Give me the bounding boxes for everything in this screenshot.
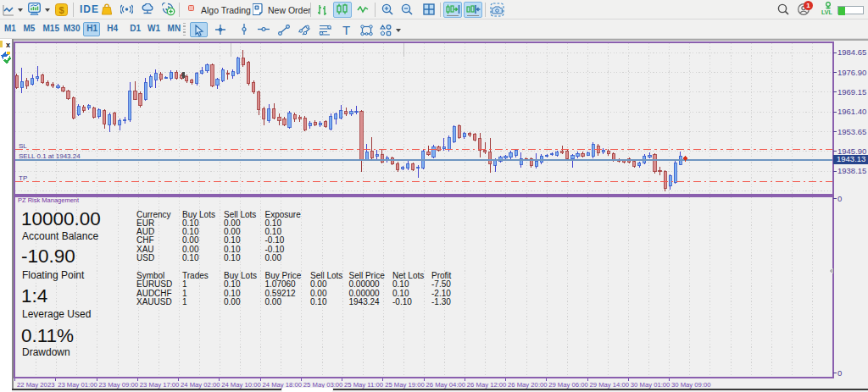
svg-text:0.10: 0.10 [182,253,199,262]
svg-text:Floating Point: Floating Point [22,269,85,281]
svg-text:x: x [6,41,10,49]
svg-text:29 May 06:00: 29 May 06:00 [548,381,588,389]
svg-text:23 May 09:00: 23 May 09:00 [99,381,139,389]
svg-text:0: 0 [837,368,842,378]
svg-text:SELL 0.1 at 1943.24: SELL 0.1 at 1943.24 [19,152,81,160]
svg-text:$: $ [58,5,64,15]
svg-text:25 May 03:00: 25 May 03:00 [303,381,343,389]
svg-text:XAUUSD: XAUUSD [136,297,172,306]
svg-text:Drawdown: Drawdown [22,346,70,358]
svg-text:0.00: 0.00 [224,297,241,306]
svg-text:0.00: 0.00 [265,253,282,262]
svg-text:1943.24: 1943.24 [349,297,381,306]
svg-text:1943.13: 1943.13 [837,154,865,163]
svg-text:0.00: 0.00 [265,297,282,306]
svg-text:30 May 09:00: 30 May 09:00 [671,381,711,389]
svg-text:26 May 04:00: 26 May 04:00 [426,381,466,389]
svg-text:30 May 01:00: 30 May 01:00 [631,381,670,389]
svg-text:-10.90: -10.90 [21,246,75,267]
svg-text:1953.65: 1953.65 [837,127,866,136]
svg-text:26 May 12:00: 26 May 12:00 [467,381,507,389]
svg-text:22 May 2023: 22 May 2023 [17,381,54,389]
svg-text:1: 1 [182,297,187,306]
svg-text:0.10: 0.10 [310,297,327,306]
svg-text:0: 0 [837,194,842,203]
svg-text:1938.15: 1938.15 [837,166,866,175]
svg-text:1:4: 1:4 [21,285,47,306]
svg-text:26 May 20:00: 26 May 20:00 [508,381,548,389]
svg-text:25 May 11:00: 25 May 11:00 [344,381,383,389]
svg-text:10000.00: 10000.00 [21,208,101,229]
svg-text:1969.15: 1969.15 [837,87,866,97]
svg-text:0.11%: 0.11% [21,325,74,346]
svg-text:Leverage Used: Leverage Used [22,308,91,320]
svg-text:23 May 01:00: 23 May 01:00 [58,381,97,389]
svg-text:PZ Risk Management: PZ Risk Management [18,196,80,204]
svg-text:USD: USD [136,253,154,262]
svg-text:TP: TP [19,174,27,182]
svg-text:24 May 18:00: 24 May 18:00 [263,381,303,389]
svg-text:24 May 10:00: 24 May 10:00 [221,381,261,389]
svg-text:-1.30: -1.30 [431,297,451,306]
svg-text:29 May 14:00: 29 May 14:00 [590,381,630,389]
svg-text:-0.10: -0.10 [392,297,412,306]
svg-text:24 May 02:00: 24 May 02:00 [181,381,220,389]
svg-text:SL: SL [19,142,27,150]
svg-text:0.10: 0.10 [224,253,241,262]
svg-text:23 May 17:00: 23 May 17:00 [140,381,180,389]
svg-text:1984.65: 1984.65 [837,47,866,57]
svg-text:Account Balance: Account Balance [22,230,98,242]
svg-text:1961.40: 1961.40 [837,107,866,116]
svg-text:25 May 19:00: 25 May 19:00 [385,381,425,389]
svg-text:1976.90: 1976.90 [837,68,866,77]
